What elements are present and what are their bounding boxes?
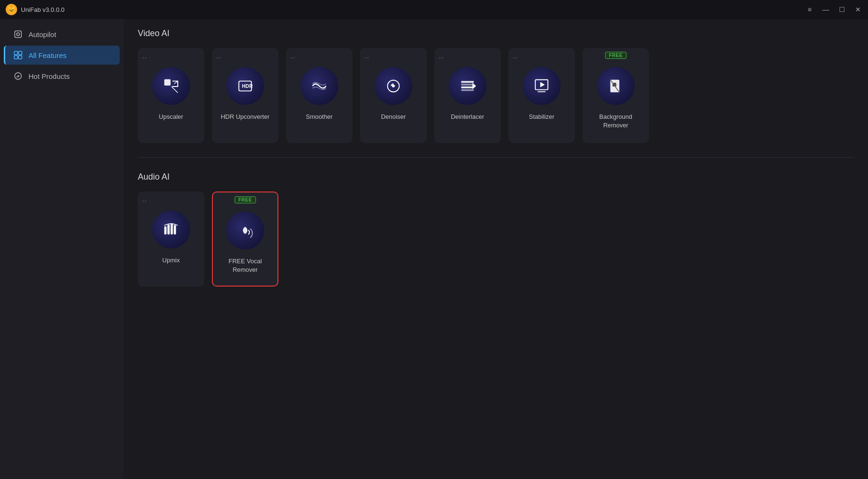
- svg-rect-22: [461, 81, 474, 83]
- card-dots-left-stabilizer: [513, 52, 517, 60]
- svg-marker-30: [540, 82, 544, 87]
- bg-remover-icon-wrap: [597, 67, 635, 105]
- svg-rect-38: [171, 223, 173, 235]
- stabilizer-label: Stabilizer: [529, 113, 554, 121]
- svg-point-14: [291, 57, 292, 58]
- upscaler-label: Upscaler: [159, 113, 183, 121]
- hdr-label: HDR Upconverter: [221, 113, 270, 121]
- svg-rect-25: [461, 89, 474, 91]
- sidebar-label-all-features: All Features: [29, 51, 67, 59]
- window-controls: ≡ — ☐ ✕: [805, 5, 862, 14]
- svg-point-1: [17, 33, 19, 36]
- grid-icon: [13, 50, 23, 60]
- feature-card-bg-remover[interactable]: FREE Background Remover: [582, 48, 649, 143]
- smoother-icon-wrap: [300, 67, 338, 105]
- svg-rect-9: [164, 79, 171, 86]
- card-dots-left-denoiser: [365, 52, 369, 60]
- hdr-icon-wrap: HDR: [226, 67, 264, 105]
- section-divider: [138, 157, 854, 158]
- feature-card-upscaler[interactable]: Upscaler: [138, 48, 204, 143]
- upmix-icon-wrap: [152, 211, 190, 249]
- svg-rect-39: [174, 225, 176, 235]
- video-ai-section: Video AI Upscaler: [138, 29, 854, 143]
- card-dots-left-smoother: [291, 52, 295, 60]
- svg-rect-24: [461, 86, 474, 88]
- svg-point-27: [513, 57, 515, 58]
- feature-card-vocal-remover[interactable]: FREE FREE Vocal Remover: [212, 192, 278, 287]
- app-title: UniFab v3.0.0.0: [21, 6, 65, 13]
- minimize-button[interactable]: —: [821, 5, 830, 14]
- video-ai-grid: Upscaler HDR HDR Upconverter: [138, 48, 854, 143]
- svg-point-17: [367, 57, 369, 58]
- svg-marker-26: [472, 83, 476, 89]
- svg-point-7: [143, 57, 144, 58]
- denoiser-icon-wrap: [374, 67, 412, 105]
- upscaler-icon-wrap: [152, 67, 190, 105]
- close-button[interactable]: ✕: [854, 5, 862, 14]
- maximize-button[interactable]: ☐: [838, 5, 846, 14]
- svg-point-28: [515, 57, 517, 58]
- vocal-remover-free-badge: FREE: [235, 196, 256, 203]
- audio-ai-grid: Upmix FREE FREE Vocal Remover: [138, 192, 854, 287]
- feature-card-upmix[interactable]: Upmix: [138, 192, 204, 287]
- card-dots-left-upscaler: [143, 52, 146, 60]
- autopilot-icon: [13, 29, 23, 39]
- sidebar-item-autopilot[interactable]: Autopilot: [4, 25, 120, 44]
- fire-icon: [13, 71, 23, 81]
- app-logo: 🐱: [6, 4, 17, 15]
- feature-card-hdr[interactable]: HDR HDR Upconverter: [212, 48, 278, 143]
- feature-card-denoiser[interactable]: Denoiser: [360, 48, 427, 143]
- audio-ai-section: Audio AI: [138, 172, 854, 287]
- vocal-remover-icon-wrap: [226, 211, 264, 249]
- svg-rect-36: [164, 226, 167, 234]
- feature-card-smoother[interactable]: Smoother: [286, 48, 353, 143]
- titlebar: 🐱 UniFab v3.0.0.0 ≡ — ☐ ✕: [0, 0, 868, 19]
- svg-rect-4: [14, 56, 18, 59]
- main-layout: Autopilot All Features Hot Products: [0, 19, 868, 479]
- vocal-remover-label: FREE Vocal Remover: [218, 257, 273, 274]
- video-ai-title: Video AI: [138, 29, 854, 38]
- upmix-label: Upmix: [162, 256, 180, 265]
- svg-rect-5: [19, 56, 22, 59]
- deinterlacer-label: Deinterlacer: [451, 113, 484, 121]
- svg-point-11: [219, 57, 220, 58]
- svg-rect-31: [537, 91, 545, 92]
- bg-remover-free-badge: FREE: [605, 52, 627, 59]
- sidebar: Autopilot All Features Hot Products: [0, 19, 124, 479]
- svg-rect-23: [461, 84, 474, 86]
- svg-text:HDR: HDR: [242, 84, 253, 89]
- svg-rect-0: [15, 31, 21, 38]
- svg-point-15: [293, 57, 295, 58]
- svg-rect-3: [19, 51, 22, 55]
- sidebar-item-all-features[interactable]: All Features: [4, 46, 120, 65]
- svg-point-8: [145, 57, 146, 58]
- stabilizer-icon-wrap: [523, 67, 561, 105]
- svg-point-16: [365, 57, 366, 58]
- svg-point-20: [439, 57, 440, 58]
- svg-point-34: [143, 201, 144, 202]
- svg-point-6: [15, 73, 21, 79]
- feature-card-deinterlacer[interactable]: Deinterlacer: [434, 48, 501, 143]
- deinterlacer-icon-wrap: [448, 67, 486, 105]
- svg-point-19: [392, 85, 395, 87]
- svg-point-10: [217, 57, 218, 58]
- content-area: Video AI Upscaler: [124, 19, 868, 479]
- sidebar-label-autopilot: Autopilot: [29, 30, 56, 38]
- denoiser-label: Denoiser: [381, 113, 406, 121]
- bg-remover-label: Background Remover: [587, 113, 644, 130]
- menu-button[interactable]: ≡: [805, 5, 814, 14]
- svg-point-21: [441, 57, 443, 58]
- feature-card-stabilizer[interactable]: Stabilizer: [508, 48, 575, 143]
- sidebar-item-hot-products[interactable]: Hot Products: [4, 67, 120, 86]
- card-dots-left-upmix: [143, 195, 146, 204]
- svg-rect-2: [14, 51, 18, 55]
- card-dots-left-deinterlacer: [439, 52, 443, 60]
- smoother-label: Smoother: [306, 113, 333, 121]
- svg-rect-37: [167, 225, 170, 235]
- card-dots-left-hdr: [217, 52, 220, 60]
- svg-point-35: [145, 201, 146, 202]
- audio-ai-title: Audio AI: [138, 172, 854, 182]
- sidebar-label-hot-products: Hot Products: [29, 72, 70, 80]
